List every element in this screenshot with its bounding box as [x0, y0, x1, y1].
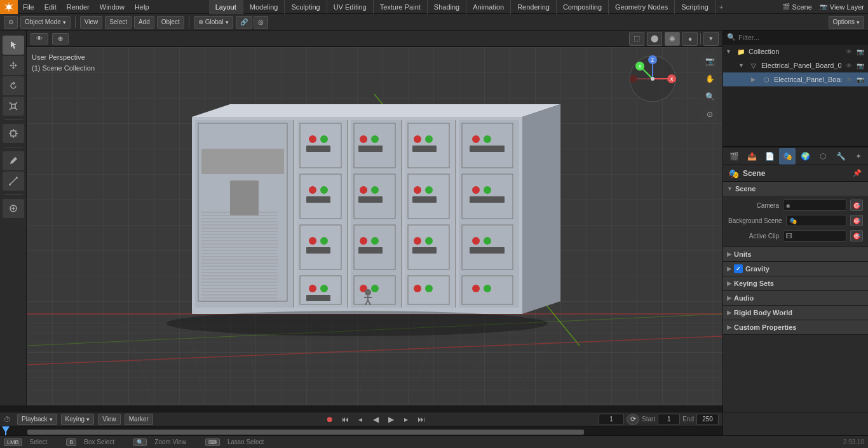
object-props-icon[interactable]: ⬡	[815, 148, 831, 165]
frame-loop-icon[interactable]: ⟳	[627, 414, 639, 425]
output-props-icon[interactable]: 📤	[743, 148, 760, 165]
view-layer-name[interactable]: View Layer	[830, 3, 864, 11]
camera-picker-btn[interactable]: 🎯	[850, 200, 863, 211]
transform-tool[interactable]	[3, 124, 24, 143]
play-reverse-button[interactable]: ◀	[369, 414, 382, 425]
shading-solid[interactable]: ⬤	[647, 32, 662, 46]
expand-arrow-2[interactable]: ▼	[738, 62, 746, 69]
add-workspace-button[interactable]: +	[715, 2, 727, 12]
step-forward-button[interactable]: ▸	[400, 414, 412, 425]
record-button[interactable]: ⏺	[323, 414, 336, 425]
visibility-3[interactable]: 👁	[844, 74, 854, 85]
bg-scene-picker[interactable]: 🎯	[850, 215, 863, 226]
select-menu-button[interactable]: Select	[105, 16, 132, 29]
start-frame[interactable]: 1	[658, 414, 680, 425]
menu-render[interactable]: Render	[62, 2, 95, 12]
end-frame[interactable]: 250	[696, 414, 719, 425]
units-header[interactable]: ▶ Units	[723, 247, 868, 261]
view-dropdown[interactable]: View	[98, 414, 121, 425]
playback-dropdown[interactable]: Playback	[17, 414, 57, 425]
custom-props-header[interactable]: ▶ Custom Properties	[723, 320, 868, 334]
menu-help[interactable]: Help	[130, 2, 154, 12]
tab-compositing[interactable]: Compositing	[557, 0, 609, 14]
modifier-props-icon[interactable]: 🔧	[832, 148, 849, 165]
tab-texture-paint[interactable]: Texture Paint	[374, 0, 428, 14]
camera-value[interactable]: ■	[783, 200, 846, 211]
tab-modeling[interactable]: Modeling	[243, 0, 285, 14]
particles-props-icon[interactable]: ✦	[850, 148, 867, 165]
play-button[interactable]: ▶	[384, 414, 397, 425]
outliner-search-input[interactable]	[738, 34, 864, 41]
gizmo-toggle[interactable]: ⊕	[52, 33, 69, 44]
bg-scene-value[interactable]: 🎭	[786, 215, 846, 226]
camera-view-icon[interactable]: 📷	[702, 53, 717, 69]
add-object-tool[interactable]	[3, 199, 24, 218]
viewport-3d[interactable]: User Perspective (1) Scene Collection X …	[27, 47, 722, 405]
keying-dropdown[interactable]: Keying	[61, 414, 95, 425]
expand-arrow-3[interactable]: ▶	[751, 76, 759, 83]
outliner-row-panel-0[interactable]: ▶ ⬡ Electrical_Panel_Board_0 👁 📷	[723, 72, 868, 86]
scene-section-header[interactable]: ▼ Scene	[723, 182, 868, 196]
render-props-icon[interactable]: 🎬	[726, 148, 742, 165]
tab-layout[interactable]: Layout	[209, 0, 243, 14]
marker-dropdown[interactable]: Marker	[125, 414, 153, 425]
gravity-header[interactable]: ▶ ✓ Gravity	[723, 262, 868, 276]
gravity-checkbox[interactable]: ✓	[734, 264, 743, 273]
viewport-overlay-btn[interactable]: 👁	[31, 33, 48, 44]
scene-props-icon[interactable]: 🎭	[779, 148, 796, 165]
menu-edit[interactable]: Edit	[39, 2, 62, 12]
render-3[interactable]: 📷	[855, 74, 865, 85]
shading-rendered[interactable]: ●	[682, 32, 698, 46]
tab-geometry-nodes[interactable]: Geometry Nodes	[609, 0, 675, 14]
cursor-tool[interactable]	[3, 36, 24, 55]
expand-arrow[interactable]: ▼	[726, 48, 733, 55]
rigid-body-header[interactable]: ▶ Rigid Body World	[723, 306, 868, 320]
render-camera-icon[interactable]: 📷	[855, 46, 865, 57]
tab-animation[interactable]: Animation	[466, 0, 511, 14]
add-menu-button[interactable]: Add	[134, 16, 154, 29]
viewport-move-icon[interactable]: ✋	[702, 71, 717, 86]
viewport-zoom-icon[interactable]: 🔍	[702, 89, 717, 104]
tab-rendering[interactable]: Rendering	[511, 0, 557, 14]
measure-tool[interactable]	[3, 172, 24, 191]
move-tool[interactable]	[3, 56, 24, 75]
annotate-tool[interactable]	[3, 151, 24, 170]
object-menu-button[interactable]: Object	[157, 16, 184, 29]
scene-name[interactable]: Scene	[792, 3, 812, 11]
world-props-icon[interactable]: 🌍	[797, 148, 813, 165]
tab-uv-editing[interactable]: UV Editing	[327, 0, 374, 14]
active-clip-value[interactable]: 🎞	[783, 230, 846, 241]
snap-button[interactable]: 🔗	[236, 16, 252, 29]
visibility-eye-icon[interactable]: 👁	[844, 46, 854, 57]
options-button[interactable]: Options	[829, 16, 864, 29]
keying-sets-header[interactable]: ▶ Keying Sets	[723, 276, 868, 290]
current-frame-display[interactable]: 1	[599, 414, 624, 425]
viewlayer-props-icon[interactable]: 📄	[761, 148, 778, 165]
mode-selector[interactable]: Object Mode	[20, 16, 71, 29]
outliner-row-panel-002[interactable]: ▼ ▽ Electrical_Panel_Board_002 👁 📷	[723, 58, 868, 72]
step-back-button[interactable]: ◂	[354, 414, 367, 425]
tab-sculpting[interactable]: Sculpting	[285, 0, 327, 14]
clip-picker[interactable]: 🎯	[850, 230, 863, 241]
menu-file[interactable]: File	[18, 2, 39, 12]
tab-shading[interactable]: Shading	[428, 0, 466, 14]
transform-pivot-button[interactable]: ⊙	[4, 16, 18, 29]
jump-start-button[interactable]: ⏮	[339, 414, 351, 425]
pin-icon[interactable]: 📌	[851, 168, 863, 179]
view-menu-button[interactable]: View	[80, 16, 103, 29]
visibility-2[interactable]: 👁	[844, 60, 854, 71]
jump-end-button[interactable]: ⏭	[415, 414, 428, 425]
shading-wireframe[interactable]: ⬚	[629, 32, 644, 46]
rotate-tool[interactable]	[3, 76, 24, 95]
viewport-rotate-icon[interactable]: ⊙	[702, 107, 717, 122]
viewport-shading-options[interactable]: ▾	[703, 32, 719, 46]
timeline-scrollbar[interactable]	[27, 429, 722, 435]
transform-orientation-selector[interactable]: ⊕ Global	[194, 16, 233, 29]
proportional-edit-button[interactable]: ◎	[254, 16, 268, 29]
render-2[interactable]: 📷	[855, 60, 865, 71]
audio-header[interactable]: ▶ Audio	[723, 291, 868, 305]
shading-material[interactable]: ◉	[665, 32, 680, 46]
outliner-row-scene-collection[interactable]: ▼ 📁 Collection 👁 📷	[723, 44, 868, 58]
tab-scripting[interactable]: Scripting	[675, 0, 715, 14]
scale-tool[interactable]	[3, 97, 24, 116]
